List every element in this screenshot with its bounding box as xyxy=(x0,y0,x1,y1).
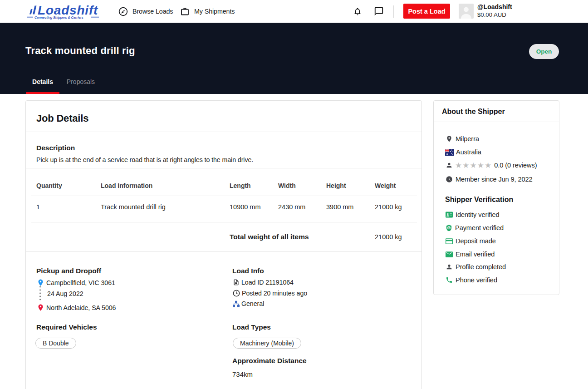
svg-text:$: $ xyxy=(448,226,450,229)
svg-text:Connecting Shippers & Carriers: Connecting Shippers & Carriers xyxy=(34,15,83,20)
